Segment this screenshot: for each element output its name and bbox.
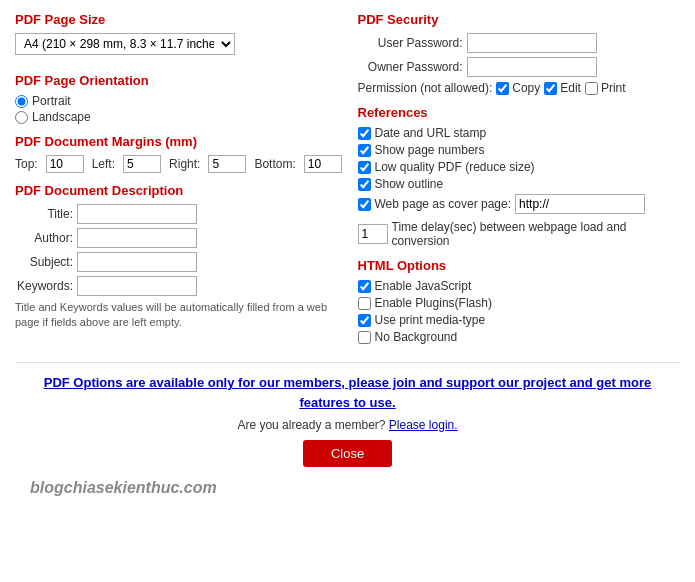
use-print-media-label: Use print media-type <box>375 313 486 327</box>
subject-row: Subject: <box>15 252 338 272</box>
security-section: PDF Security User Password: Owner Passwo… <box>358 12 681 95</box>
show-page-numbers-item[interactable]: Show page numbers <box>358 143 681 157</box>
enable-plugins-checkbox[interactable] <box>358 297 371 310</box>
close-button-row: Close <box>15 440 680 467</box>
show-outline-label: Show outline <box>375 177 444 191</box>
right-column: PDF Security User Password: Owner Passwo… <box>358 12 681 354</box>
member-question: Are you already a member? <box>237 418 385 432</box>
show-outline-item[interactable]: Show outline <box>358 177 681 191</box>
page-size-select[interactable]: A4 (210 × 298 mm, 8.3 × 11.7 inches) ▼ A… <box>15 33 235 55</box>
print-permission[interactable]: Print <box>585 81 626 95</box>
time-delay-input[interactable] <box>358 224 388 244</box>
enable-plugins-item[interactable]: Enable Plugins(Flash) <box>358 296 681 310</box>
print-label: Print <box>601 81 626 95</box>
owner-password-input[interactable] <box>467 57 597 77</box>
margins-section: PDF Document Margins (mm) Top: Left: Rig… <box>15 134 338 173</box>
margins-title: PDF Document Margins (mm) <box>15 134 338 149</box>
copy-permission[interactable]: Copy <box>496 81 540 95</box>
user-password-row: User Password: <box>358 33 681 53</box>
print-checkbox[interactable] <box>585 82 598 95</box>
top-margin-input[interactable] <box>46 155 84 173</box>
portrait-label: Portrait <box>32 94 71 108</box>
watermark: blogchiasekienthuc.com <box>15 475 680 501</box>
low-quality-label: Low quality PDF (reduce size) <box>375 160 535 174</box>
description-note: Title and Keywords values will be automa… <box>15 300 338 331</box>
divider <box>15 362 680 363</box>
two-column-layout: PDF Page Size A4 (210 × 298 mm, 8.3 × 11… <box>15 12 680 354</box>
page-size-title: PDF Page Size <box>15 12 338 27</box>
date-url-stamp-label: Date and URL stamp <box>375 126 487 140</box>
owner-password-row: Owner Password: <box>358 57 681 77</box>
left-label: Left: <box>92 157 115 171</box>
low-quality-checkbox[interactable] <box>358 161 371 174</box>
close-button[interactable]: Close <box>303 440 392 467</box>
no-background-label: No Background <box>375 330 458 344</box>
no-background-item[interactable]: No Background <box>358 330 681 344</box>
use-print-media-checkbox[interactable] <box>358 314 371 327</box>
description-section: PDF Document Description Title: Author: … <box>15 183 338 331</box>
portrait-radio[interactable] <box>15 95 28 108</box>
left-margin-input[interactable] <box>123 155 161 173</box>
author-input[interactable] <box>77 228 197 248</box>
page-size-section: PDF Page Size A4 (210 × 298 mm, 8.3 × 11… <box>15 12 338 63</box>
web-cover-checkbox[interactable] <box>358 198 371 211</box>
left-column: PDF Page Size A4 (210 × 298 mm, 8.3 × 11… <box>15 12 338 354</box>
low-quality-item[interactable]: Low quality PDF (reduce size) <box>358 160 681 174</box>
promo-link[interactable]: PDF Options are available only for our m… <box>44 375 652 410</box>
author-row: Author: <box>15 228 338 248</box>
right-label: Right: <box>169 157 200 171</box>
main-container: PDF Page Size A4 (210 × 298 mm, 8.3 × 11… <box>0 0 695 511</box>
keywords-row: Keywords: <box>15 276 338 296</box>
use-print-media-item[interactable]: Use print media-type <box>358 313 681 327</box>
show-page-numbers-checkbox[interactable] <box>358 144 371 157</box>
references-section: References Date and URL stamp Show page … <box>358 105 681 248</box>
bottom-label: Bottom: <box>254 157 295 171</box>
references-title: References <box>358 105 681 120</box>
time-delay-label: Time delay(sec) between webpage load and… <box>392 220 681 248</box>
user-password-input[interactable] <box>467 33 597 53</box>
orientation-radio-group: Portrait Landscape <box>15 94 338 124</box>
bottom-margin-input[interactable] <box>304 155 342 173</box>
top-label: Top: <box>15 157 38 171</box>
enable-js-checkbox[interactable] <box>358 280 371 293</box>
date-url-stamp-item[interactable]: Date and URL stamp <box>358 126 681 140</box>
show-page-numbers-label: Show page numbers <box>375 143 485 157</box>
web-cover-row: Web page as cover page: <box>358 194 681 214</box>
promo-text: PDF Options are available only for our m… <box>30 373 665 412</box>
copy-checkbox[interactable] <box>496 82 509 95</box>
author-label: Author: <box>15 231 73 245</box>
html-options-section: HTML Options Enable JavaScript Enable Pl… <box>358 258 681 344</box>
enable-js-item[interactable]: Enable JavaScript <box>358 279 681 293</box>
permission-label: Permission (not allowed): <box>358 81 493 95</box>
orientation-section: PDF Page Orientation Portrait Landscape <box>15 73 338 124</box>
title-input[interactable] <box>77 204 197 224</box>
copy-label: Copy <box>512 81 540 95</box>
show-outline-checkbox[interactable] <box>358 178 371 191</box>
right-margin-input[interactable] <box>208 155 246 173</box>
edit-checkbox[interactable] <box>544 82 557 95</box>
landscape-option[interactable]: Landscape <box>15 110 338 124</box>
landscape-radio[interactable] <box>15 111 28 124</box>
keywords-label: Keywords: <box>15 279 73 293</box>
subject-input[interactable] <box>77 252 197 272</box>
edit-label: Edit <box>560 81 581 95</box>
html-options-title: HTML Options <box>358 258 681 273</box>
title-label: Title: <box>15 207 73 221</box>
orientation-title: PDF Page Orientation <box>15 73 338 88</box>
web-cover-input[interactable] <box>515 194 645 214</box>
description-title: PDF Document Description <box>15 183 338 198</box>
owner-password-label: Owner Password: <box>358 60 463 74</box>
portrait-option[interactable]: Portrait <box>15 94 338 108</box>
security-title: PDF Security <box>358 12 681 27</box>
date-url-stamp-checkbox[interactable] <box>358 127 371 140</box>
web-cover-label: Web page as cover page: <box>375 197 512 211</box>
subject-label: Subject: <box>15 255 73 269</box>
permission-row: Permission (not allowed): Copy Edit Prin… <box>358 81 681 95</box>
keywords-input[interactable] <box>77 276 197 296</box>
edit-permission[interactable]: Edit <box>544 81 581 95</box>
enable-plugins-label: Enable Plugins(Flash) <box>375 296 492 310</box>
no-background-checkbox[interactable] <box>358 331 371 344</box>
member-row: Are you already a member? Please login. <box>15 418 680 432</box>
user-password-label: User Password: <box>358 36 463 50</box>
login-link[interactable]: Please login. <box>389 418 458 432</box>
